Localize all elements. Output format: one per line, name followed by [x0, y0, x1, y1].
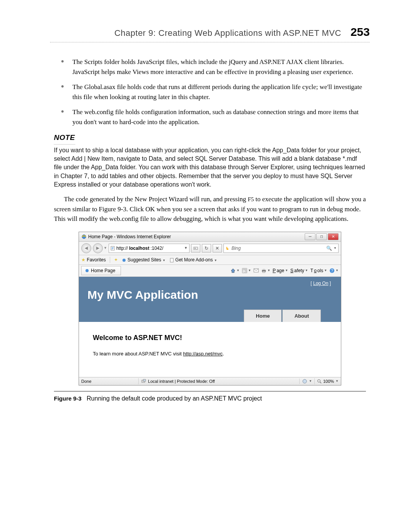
help-icon: ?	[329, 268, 335, 273]
suggested-sites-label: Suggested Sites	[127, 257, 161, 263]
logon-link[interactable]: Log On	[313, 281, 328, 286]
close-button[interactable]: ✕	[328, 233, 339, 240]
figure-caption: Figure 9-3 Running the default code prod…	[54, 394, 366, 403]
ie-icon	[81, 234, 87, 239]
favorites-button[interactable]: ★ Favorites	[81, 256, 106, 263]
tab-label: Home Page	[91, 267, 115, 274]
body-paragraph: The code generated by the New Project Wi…	[54, 194, 366, 224]
stop-button[interactable]: ✕	[213, 244, 222, 253]
page-viewport: [ Log On ] My MVC Application Home About…	[79, 277, 341, 377]
chevron-down-icon: ▼	[163, 259, 166, 262]
figure-text: Running the default code produced by an …	[87, 395, 262, 402]
note-body: If you want to ship a local database wit…	[54, 146, 366, 189]
help-menu[interactable]: ?▼	[329, 268, 339, 273]
search-engine-label: Bing	[231, 245, 241, 252]
browser-tab[interactable]: Home Page	[81, 266, 121, 275]
feeds-menu[interactable]: ▼	[242, 268, 251, 273]
page-number: 253	[351, 23, 370, 40]
home-menu[interactable]: ▼	[230, 268, 240, 273]
window-title: Home Page - Windows Internet Explorer	[88, 233, 171, 240]
content-text: To learn more about ASP.NET MVC visit	[93, 351, 183, 357]
search-icon[interactable]: 🔍	[326, 245, 332, 252]
ie-tab-icon	[85, 268, 89, 273]
minimize-button[interactable]: ─	[305, 233, 315, 240]
intranet-icon	[141, 379, 146, 384]
page-icon	[111, 246, 115, 251]
security-zone: Local intranet | Protected Mode: Off	[138, 378, 297, 385]
figure-label: Figure 9-3	[54, 395, 82, 402]
back-button[interactable]: ◄	[81, 243, 91, 253]
page-menu[interactable]: Page ▼	[273, 267, 288, 274]
list-item: The Global.asax file holds code that run…	[61, 82, 366, 102]
get-addons-label: Get More Add-ons	[175, 257, 213, 263]
safety-menu[interactable]: Safety ▼	[290, 267, 308, 274]
get-addons-menu[interactable]: Get More Add-ons ▼	[169, 256, 217, 263]
search-dropdown-icon[interactable]: ▼	[334, 246, 337, 251]
zoom-level[interactable]: 100% ▼	[314, 378, 339, 385]
url-host: localhost	[129, 245, 149, 252]
address-bar[interactable]: http://localhost:1042/ ▼	[109, 244, 190, 253]
add-favorite-icon[interactable]: ✦	[114, 256, 118, 263]
maximize-button[interactable]: □	[316, 233, 327, 240]
figure-divider	[54, 391, 366, 392]
tab-bar: Home Page ▼ ▼ ▼ Page ▼ Safety ▼ Tools ▼ …	[79, 265, 341, 277]
svg-rect-12	[263, 271, 265, 273]
note-heading: NOTE	[54, 132, 75, 145]
titlebar: Home Page - Windows Internet Explorer ─ …	[79, 232, 341, 242]
content-paragraph: To learn more about ASP.NET MVC visit ht…	[93, 350, 327, 358]
bullet-list: The Scripts folder holds JavaScript file…	[50, 57, 370, 127]
svg-point-8	[243, 271, 244, 272]
zone-label: Local intranet | Protected Mode: Off	[148, 378, 215, 385]
content-link[interactable]: http://asp.net/mvc	[183, 351, 223, 357]
read-mail-button[interactable]	[253, 268, 259, 273]
page-content: Welcome to ASP.NET MVC! To learn more ab…	[79, 322, 341, 377]
svg-line-19	[320, 382, 321, 383]
content-heading: Welcome to ASP.NET MVC!	[93, 333, 327, 343]
url-suffix: :1042/	[151, 245, 163, 252]
tools-menu[interactable]: Tools ▼	[310, 267, 327, 274]
nav-tab-about[interactable]: About	[282, 310, 321, 322]
app-title: My MVC Application	[87, 286, 332, 303]
zoom-value: 100%	[323, 378, 334, 385]
nav-dropdown-icon[interactable]: ▼	[104, 246, 107, 251]
mail-icon	[253, 268, 259, 273]
status-done: Done	[81, 378, 91, 385]
svg-point-6	[86, 269, 89, 272]
protected-mode-icon	[302, 379, 307, 384]
favorites-bar: ★ Favorites ✦ Suggested Sites ▼ Get More…	[79, 255, 341, 265]
svg-point-18	[317, 380, 320, 382]
search-box[interactable]: Bing 🔍 ▼	[223, 244, 339, 253]
svg-rect-16	[143, 379, 146, 381]
address-dropdown-icon[interactable]: ▼	[184, 246, 188, 251]
site-nav: Home About	[87, 310, 332, 322]
chapter-header: Chapter 9: Creating Web Applications wit…	[50, 23, 370, 42]
bing-icon	[225, 246, 230, 251]
status-bar: Done Local intranet | Protected Mode: Of…	[79, 377, 341, 386]
print-icon	[261, 268, 267, 273]
feed-icon	[242, 268, 247, 273]
suggested-sites-menu[interactable]: Suggested Sites ▼	[122, 256, 166, 263]
chevron-down-icon: ▼	[214, 259, 217, 262]
svg-rect-5	[170, 258, 173, 262]
zoom-icon	[317, 379, 322, 384]
star-icon: ★	[81, 257, 86, 263]
window-controls: ─ □ ✕	[305, 233, 339, 240]
compat-view-button[interactable]	[191, 244, 200, 253]
refresh-button[interactable]: ↻	[202, 244, 211, 253]
note-block: NOTE If you want to ship a local databas…	[54, 132, 366, 189]
key-name: F5	[248, 196, 254, 202]
list-item: The Scripts folder holds JavaScript file…	[61, 57, 366, 77]
site-banner: [ Log On ] My MVC Application Home About	[79, 277, 341, 322]
svg-text:?: ?	[331, 269, 333, 273]
browser-window: Home Page - Windows Internet Explorer ─ …	[79, 232, 341, 386]
url-prefix: http://	[116, 245, 128, 252]
ie-small-icon	[122, 258, 126, 263]
forward-button[interactable]: ►	[93, 243, 103, 253]
nav-tab-home[interactable]: Home	[244, 310, 282, 322]
nav-toolbar: ◄ ► ▼ http://localhost:1042/ ▼ ↻ ✕ Bing …	[79, 242, 341, 255]
zoom-controls[interactable]: ▼	[299, 379, 312, 384]
page-small-icon	[169, 258, 174, 263]
home-icon	[230, 268, 236, 273]
svg-point-17	[303, 379, 307, 383]
print-menu[interactable]: ▼	[261, 268, 270, 273]
